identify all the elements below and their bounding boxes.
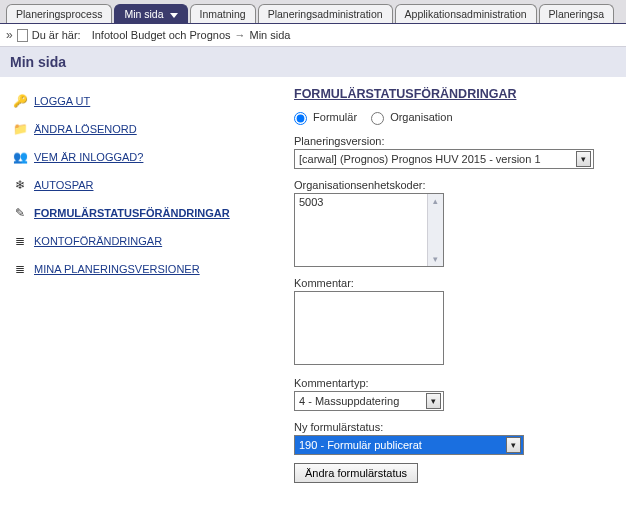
tab-planeringsa-cut[interactable]: Planeringsa: [539, 4, 614, 23]
chevron-down-icon: ▾: [576, 151, 591, 167]
logout-icon: 🔑: [12, 93, 28, 109]
scroll-down-icon: ▾: [433, 254, 438, 264]
radio-formular-input[interactable]: [294, 112, 307, 125]
sidebar-item-mina-planversioner[interactable]: ≣ MINA PLANERINGSVERSIONER: [12, 255, 272, 283]
breadcrumb-root: Infotool Budget och Prognos: [92, 29, 231, 41]
users-icon: 👥: [12, 149, 28, 165]
sidebar-item-label: KONTOFÖRÄNDRINGAR: [34, 235, 162, 247]
sidebar-item-label: LOGGA UT: [34, 95, 90, 107]
radio-organisation-label: Organisation: [390, 111, 452, 123]
main-panel: FORMULÄRSTATUSFÖRÄNDRINGAR Formulär Orga…: [280, 77, 626, 499]
tab-planeringsprocess[interactable]: Planeringsprocess: [6, 4, 112, 23]
tab-applikationsadministration[interactable]: Applikationsadministration: [395, 4, 537, 23]
planversion-label: Planeringsversion:: [294, 135, 612, 147]
sidebar-item-label: ÄNDRA LÖSENORD: [34, 123, 137, 135]
account-icon: ≣: [12, 233, 28, 249]
newstatus-label: Ny formulärstatus:: [294, 421, 612, 433]
scroll-up-icon: ▴: [433, 196, 438, 206]
commenttype-value: 4 - Massuppdatering: [299, 395, 399, 407]
tab-bar: Planeringsprocess Min sida Inmatning Pla…: [0, 0, 626, 24]
chevron-down-icon: ▾: [426, 393, 441, 409]
sidebar-item-label: MINA PLANERINGSVERSIONER: [34, 263, 200, 275]
comment-textarea[interactable]: [294, 291, 444, 365]
breadcrumb: » Du är här: Infotool Budget och Prognos…: [0, 24, 626, 47]
password-icon: 📁: [12, 121, 28, 137]
newstatus-value: 190 - Formulär publicerat: [299, 439, 422, 451]
tab-inmatning[interactable]: Inmatning: [190, 4, 256, 23]
page-title: Min sida: [0, 47, 626, 77]
sidebar-item-label: AUTOSPAR: [34, 179, 94, 191]
radio-formular[interactable]: Formulär: [294, 111, 357, 125]
tab-min-sida[interactable]: Min sida: [114, 4, 187, 23]
sidebar-item-loggaut[interactable]: 🔑 LOGGA UT: [12, 87, 272, 115]
chevron-icon: »: [6, 28, 13, 42]
commenttype-label: Kommentartyp:: [294, 377, 612, 389]
sidebar-item-formularstatus[interactable]: ✎ FORMULÄRSTATUSFÖRÄNDRINGAR: [12, 199, 272, 227]
commenttype-select[interactable]: 4 - Massuppdatering ▾: [294, 391, 444, 411]
versions-icon: ≣: [12, 261, 28, 277]
form-heading: FORMULÄRSTATUSFÖRÄNDRINGAR: [294, 87, 612, 101]
breadcrumb-prefix: Du är här:: [32, 29, 81, 41]
arrow-icon: →: [235, 29, 246, 41]
planversion-select[interactable]: [carwal] (Prognos) Prognos HUV 2015 - ve…: [294, 149, 594, 169]
autosave-icon: ❄: [12, 177, 28, 193]
document-icon: [17, 29, 28, 42]
sidebar-item-kontoforandringar[interactable]: ≣ KONTOFÖRÄNDRINGAR: [12, 227, 272, 255]
scrollbar[interactable]: ▴ ▾: [427, 194, 443, 266]
planversion-value: [carwal] (Prognos) Prognos HUV 2015 - ve…: [299, 153, 541, 165]
sidebar-item-andra-losenord[interactable]: 📁 ÄNDRA LÖSENORD: [12, 115, 272, 143]
sidebar: 🔑 LOGGA UT 📁 ÄNDRA LÖSENORD 👥 VEM ÄR INL…: [0, 77, 280, 293]
formstatus-icon: ✎: [12, 205, 28, 221]
radio-organisation[interactable]: Organisation: [371, 111, 452, 125]
submit-button[interactable]: Ändra formulärstatus: [294, 463, 418, 483]
orgcodes-listbox[interactable]: 5003 ▴ ▾: [294, 193, 444, 267]
radio-organisation-input[interactable]: [371, 112, 384, 125]
orgcodes-item[interactable]: 5003: [299, 196, 427, 208]
sidebar-item-label: FORMULÄRSTATUSFÖRÄNDRINGAR: [34, 207, 230, 219]
chevron-down-icon: ▾: [506, 437, 521, 453]
radio-formular-label: Formulär: [313, 111, 357, 123]
newstatus-select[interactable]: 190 - Formulär publicerat ▾: [294, 435, 524, 455]
sidebar-item-vem-inloggad[interactable]: 👥 VEM ÄR INLOGGAD?: [12, 143, 272, 171]
sidebar-item-label: VEM ÄR INLOGGAD?: [34, 151, 143, 163]
orgcodes-label: Organisationsenhetskoder:: [294, 179, 612, 191]
breadcrumb-current: Min sida: [250, 29, 291, 41]
comment-label: Kommentar:: [294, 277, 612, 289]
sidebar-item-autospar[interactable]: ❄ AUTOSPAR: [12, 171, 272, 199]
tab-planeringsadministration[interactable]: Planeringsadministration: [258, 4, 393, 23]
